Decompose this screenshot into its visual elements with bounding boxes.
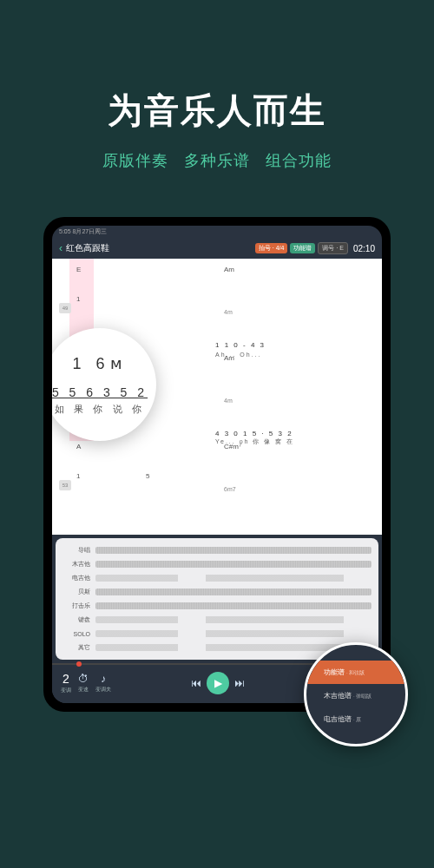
tablet-frame: 5:05 8月27日周三 ‹ 红色高跟鞋 拍号 · 4/4 功能谱 调号 · E…: [43, 217, 391, 712]
play-icon: ▶: [214, 677, 222, 689]
waveform: [95, 616, 372, 623]
bar-number: 53: [59, 480, 71, 490]
status-bar: 5:05 8月27日周三: [52, 226, 382, 238]
track-row[interactable]: SOLO: [62, 627, 372, 641]
track-panel: 导唱 木吉他 电吉他 贝斯 打击乐 键盘 SOLO 其它: [56, 538, 378, 660]
pill-timesig[interactable]: 拍号 · 4/4: [255, 243, 288, 253]
top-bar: ‹ 红色高跟鞋 拍号 · 4/4 功能谱 调号 · E 02:10: [52, 238, 382, 259]
waveform: [95, 547, 372, 554]
waveform: [95, 602, 372, 609]
speed-icon: ⏱: [78, 673, 89, 685]
waveform: [95, 575, 372, 582]
track-row[interactable]: 打击乐: [62, 599, 372, 613]
tune-icon: ♪: [101, 673, 106, 685]
waveform: [95, 561, 372, 568]
speed-button[interactable]: ⏱ 变速: [78, 673, 89, 694]
track-row[interactable]: 贝斯: [62, 585, 372, 599]
track-row[interactable]: 木吉他: [62, 557, 372, 571]
hero-title: 为音乐人而生: [0, 87, 434, 135]
waveform: [95, 589, 372, 595]
transpose-button[interactable]: 2 变调: [61, 672, 71, 694]
pill-key[interactable]: 调号 · E: [318, 242, 348, 254]
score-type-menu: 功能谱· 和弦版 木吉他谱· 弹唱版 电吉他谱· 原: [304, 642, 408, 746]
song-title: 红色高跟鞋: [66, 242, 109, 254]
prev-icon[interactable]: ⏮: [191, 677, 201, 689]
progress-thumb[interactable]: [76, 661, 82, 667]
track-row[interactable]: 电吉他: [62, 571, 372, 585]
next-icon[interactable]: ⏭: [234, 677, 245, 689]
track-row[interactable]: 键盘: [62, 613, 372, 627]
waveform: [95, 630, 372, 637]
tune-button[interactable]: ♪ 变调夫: [95, 673, 111, 694]
play-button[interactable]: ▶: [207, 672, 229, 694]
pill-score-type[interactable]: 功能谱: [290, 243, 315, 253]
score-sheet[interactable]: E Am 49 1 4m 1 1 0 - 4 3 Ah... Oh... Am …: [52, 259, 382, 535]
menu-item-electric-guitar[interactable]: 电吉他谱· 原: [306, 707, 405, 731]
menu-item-func-score[interactable]: 功能谱· 和弦版: [306, 661, 405, 684]
track-row[interactable]: 导唱: [62, 543, 372, 557]
time-counter: 02:10: [353, 244, 375, 253]
bar-number: 49: [59, 303, 71, 313]
hero-subtitle: 原版伴奏 多种乐谱 组合功能: [0, 150, 434, 171]
menu-item-acoustic-guitar[interactable]: 木吉他谱· 弹唱版: [306, 684, 405, 707]
back-icon[interactable]: ‹: [59, 242, 62, 254]
